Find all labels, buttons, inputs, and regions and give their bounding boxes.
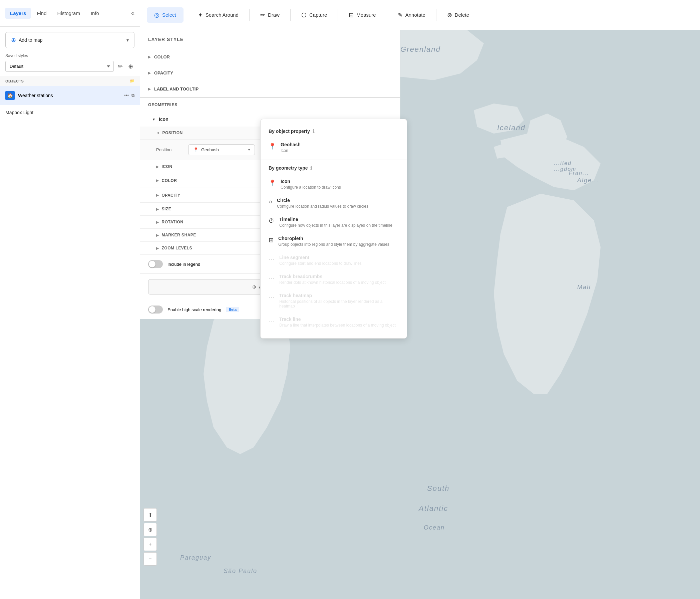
add-style-icon[interactable]: ⊕ xyxy=(127,62,134,71)
objects-label: OBJECTS xyxy=(5,79,24,83)
layer-open-icon[interactable]: ⧉ xyxy=(131,93,134,98)
position-arrow-icon: ▼ xyxy=(156,131,160,135)
layer-icon: 🏠 xyxy=(5,91,15,100)
popup-divider xyxy=(260,160,407,160)
geohash-icon: 📍 xyxy=(193,147,199,152)
track-breadcrumbs-type-icon: ⋯ xyxy=(269,274,275,282)
tab-info[interactable]: Info xyxy=(86,8,104,19)
saved-styles-label: Saved styles xyxy=(5,53,134,58)
marker-shape-sub-label: MARKER SHAPE xyxy=(162,233,196,237)
color-sub-arrow: ▶ xyxy=(156,178,159,182)
position-dropdown-arrow: ▾ xyxy=(248,148,250,151)
layer-actions: ••• ⧉ xyxy=(124,93,134,98)
toolbar-divider-6 xyxy=(436,9,436,21)
line-segment-type-icon: ⋯ xyxy=(269,256,275,263)
icon-type-name: Icon xyxy=(281,178,341,184)
delete-icon: ⊗ xyxy=(447,11,452,19)
marker-shape-sub-arrow: ▶ xyxy=(156,233,159,237)
geohash-popup-name: Geohash xyxy=(281,142,301,147)
edit-style-icon[interactable]: ✏ xyxy=(117,62,124,71)
geolocate-button[interactable]: ⊕ xyxy=(144,523,157,536)
measure-button[interactable]: ⊟ Measure xyxy=(341,7,383,23)
label-tooltip-label: LABEL AND TOOLTIP xyxy=(154,87,199,92)
geohash-popup-desc: Icon xyxy=(281,148,301,153)
toolbar: ◎ Select ✦ Search Around ✏ Draw ⬡ Captur… xyxy=(140,0,700,30)
add-to-map-button[interactable]: ⊕ Add to map ▾ xyxy=(5,32,134,48)
track-heatmap-type-item: ⋯ Track heatmap Historical positions of … xyxy=(260,289,407,313)
opacity-sub-arrow: ▶ xyxy=(156,193,159,197)
layer-item-weather-stations[interactable]: 🏠 Weather stations ••• ⧉ xyxy=(0,86,140,105)
opacity-accordion-header[interactable]: ▶ OPACITY xyxy=(140,65,400,81)
capture-button[interactable]: ⬡ Capture xyxy=(294,7,334,23)
label-tooltip-accordion-header[interactable]: ▶ LABEL AND TOOLTIP xyxy=(140,81,400,97)
by-geometry-type-info-icon: ℹ xyxy=(310,165,312,171)
draw-label: Draw xyxy=(268,12,280,18)
compass-button[interactable]: ⬆ xyxy=(144,508,157,522)
basemap-item[interactable]: Mapbox Light xyxy=(0,105,140,120)
delete-label: Delete xyxy=(455,12,469,18)
toolbar-divider-3 xyxy=(290,9,291,21)
objects-folder-icon: 📁 xyxy=(130,79,135,83)
icon-type-text: Icon Configure a location to draw icons xyxy=(281,178,341,190)
choropleth-type-desc: Group objects into regions and style the… xyxy=(278,242,390,247)
timeline-type-name: Timeline xyxy=(279,217,392,222)
icon-type-item[interactable]: 📍 Icon Configure a location to draw icon… xyxy=(260,175,407,194)
geohash-popup-item[interactable]: 📍 Geohash Icon xyxy=(260,138,407,157)
zoom-in-button[interactable]: + xyxy=(144,537,157,551)
include-in-legend-toggle[interactable] xyxy=(148,260,163,268)
line-segment-type-item: ⋯ Line segment Configure start and end l… xyxy=(260,251,407,270)
saved-styles-select[interactable]: Default xyxy=(5,61,114,72)
rotation-sub-arrow: ▶ xyxy=(156,220,159,224)
by-geometry-type-title: By geometry type ℹ xyxy=(260,163,407,175)
select-button[interactable]: ◎ Select xyxy=(147,7,183,23)
geohash-popup-text: Geohash Icon xyxy=(281,142,301,153)
delete-button[interactable]: ⊗ Delete xyxy=(440,7,476,23)
position-select[interactable]: 📍 Geohash ▾ xyxy=(188,144,255,155)
color-arrow-icon: ▶ xyxy=(148,55,151,59)
track-line-type-text: Track line Draw a line that interpolates… xyxy=(279,316,396,328)
circle-type-name: Circle xyxy=(277,198,368,203)
line-segment-type-name: Line segment xyxy=(279,255,362,260)
tab-histogram[interactable]: Histogram xyxy=(53,8,85,19)
measure-icon: ⊟ xyxy=(349,11,354,19)
by-object-property-title: By object property ℹ xyxy=(260,126,407,138)
track-line-type-item: ⋯ Track line Draw a line that interpolat… xyxy=(260,313,407,332)
size-sub-arrow: ▶ xyxy=(156,207,159,211)
position-field-label: Position xyxy=(156,147,183,152)
enable-high-scale-toggle[interactable] xyxy=(148,306,163,313)
capture-icon: ⬡ xyxy=(301,11,307,19)
tab-layers[interactable]: Layers xyxy=(5,8,31,19)
track-line-type-icon: ⋯ xyxy=(269,317,275,325)
tab-find[interactable]: Find xyxy=(32,8,51,19)
track-heatmap-type-icon: ⋯ xyxy=(269,293,275,301)
annotate-label: Annotate xyxy=(405,12,425,18)
icon-type-desc: Configure a location to draw icons xyxy=(281,185,341,190)
track-breadcrumbs-type-item: ⋯ Track breadcrumbs Render dots at known… xyxy=(260,270,407,289)
select-label: Select xyxy=(162,12,176,18)
timeline-type-item[interactable]: ⏱ Timeline Configure how objects in this… xyxy=(260,213,407,232)
color-accordion-header[interactable]: ▶ COLOR xyxy=(140,49,400,65)
by-object-property-info-icon: ℹ xyxy=(312,128,314,134)
sidebar-tabs: Layers Find Histogram Info « xyxy=(0,0,140,27)
opacity-sub-label: OPACITY xyxy=(162,193,180,198)
zoom-levels-sub-arrow: ▶ xyxy=(156,246,159,250)
layer-more-icon[interactable]: ••• xyxy=(124,93,129,98)
sidebar-collapse-button[interactable]: « xyxy=(131,10,134,17)
choropleth-type-item[interactable]: ⊞ Choropleth Group objects into regions … xyxy=(260,232,407,251)
choropleth-type-icon: ⊞ xyxy=(269,236,274,244)
search-around-button[interactable]: ✦ Search Around xyxy=(191,7,246,23)
sidebar: Layers Find Histogram Info « ⊕ Add to ma… xyxy=(0,0,140,599)
icon-geometry-name: Icon xyxy=(159,117,169,122)
geometry-type-popup: By object property ℹ 📍 Geohash Icon By g… xyxy=(260,119,407,339)
opacity-label: OPACITY xyxy=(154,70,173,75)
annotate-button[interactable]: ✎ Annotate xyxy=(391,7,433,23)
basemap-name: Mapbox Light xyxy=(5,110,33,115)
circle-type-item[interactable]: ○ Circle Configure location and radius v… xyxy=(260,194,407,213)
draw-button[interactable]: ✏ Draw xyxy=(253,7,287,23)
zoom-out-button[interactable]: − xyxy=(144,552,157,566)
line-segment-type-text: Line segment Configure start and end loc… xyxy=(279,255,362,266)
position-value: Geohash xyxy=(201,147,219,152)
label-tooltip-accordion: ▶ LABEL AND TOOLTIP xyxy=(140,81,400,97)
circle-type-desc: Configure location and radius values to … xyxy=(277,204,368,209)
timeline-type-icon: ⏱ xyxy=(269,217,275,224)
